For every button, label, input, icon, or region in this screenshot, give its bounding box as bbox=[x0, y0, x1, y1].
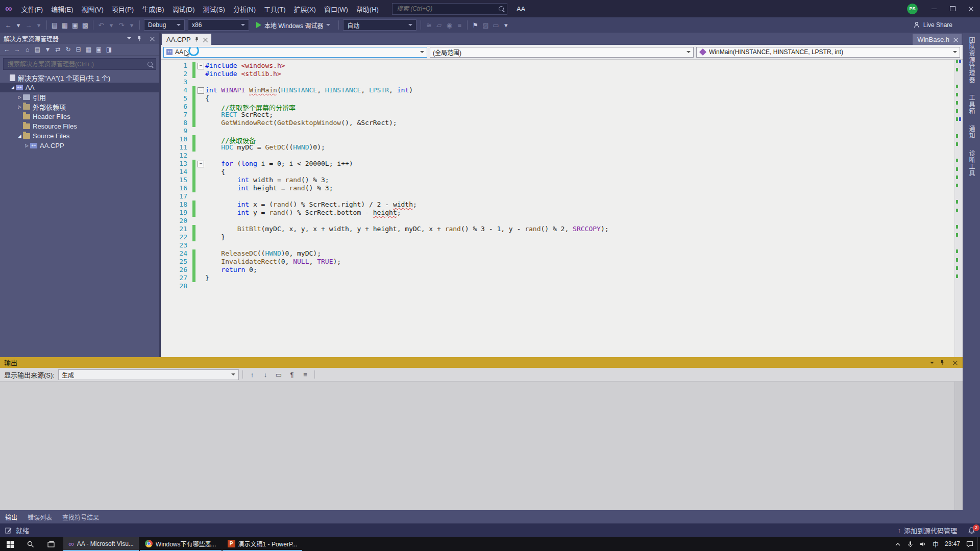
line-number[interactable]: 25 bbox=[161, 258, 192, 266]
bottom-tab[interactable]: 输出 bbox=[5, 513, 17, 521]
code-editor[interactable]: 1−#include <windows.h>2#include <stdlib.… bbox=[161, 60, 963, 357]
tab-winbase-h[interactable]: WinBase.h bbox=[913, 34, 962, 45]
menu-item[interactable]: 视图(V) bbox=[78, 0, 108, 17]
tree-item[interactable]: 解决方案"AA"(1 个项目/共 1 个) bbox=[0, 73, 159, 83]
line-number[interactable]: 18 bbox=[161, 201, 192, 209]
microphone-icon[interactable] bbox=[907, 541, 914, 547]
code-line[interactable]: 8 GetWindowRect(GetDesktopWindow(), &Scr… bbox=[161, 119, 955, 127]
output-scrollbar[interactable] bbox=[954, 382, 963, 510]
se-home-icon[interactable]: ⌂ bbox=[22, 45, 32, 54]
code-line[interactable]: 10 //获取设备 bbox=[161, 135, 955, 143]
ime-indicator[interactable]: 中 bbox=[933, 540, 939, 548]
pin-icon[interactable] bbox=[194, 37, 199, 42]
code-line[interactable]: 5{ bbox=[161, 94, 955, 103]
taskbar-app-powerpoint[interactable]: P演示文稿1 - PowerP... bbox=[223, 537, 303, 551]
code-line[interactable]: 15 int width = rand() % 3; bbox=[161, 176, 955, 184]
taskbar-app-browser[interactable]: Windows下有哪些恶... bbox=[140, 537, 222, 551]
code-line[interactable]: 2#include <stdlib.h> bbox=[161, 70, 955, 78]
hidden-icons-chevron[interactable] bbox=[895, 541, 901, 547]
comment-icon[interactable]: ▭ bbox=[491, 20, 501, 30]
notifications-button[interactable]: 2 bbox=[968, 527, 975, 534]
line-number[interactable]: 28 bbox=[161, 282, 192, 290]
live-share-button[interactable]: Live Share bbox=[913, 21, 952, 29]
right-tool-tab[interactable]: 诊断工具 bbox=[967, 150, 976, 177]
code-line[interactable]: 22 } bbox=[161, 233, 955, 241]
solution-search-box[interactable] bbox=[3, 58, 156, 70]
output-word-wrap-icon[interactable]: ¶ bbox=[286, 369, 298, 380]
platform-dropdown[interactable]: x86 bbox=[188, 19, 249, 31]
collapsed-arrow-icon[interactable]: ▷ bbox=[16, 95, 23, 99]
start-button[interactable] bbox=[0, 537, 20, 551]
menu-item[interactable]: 生成(B) bbox=[138, 0, 168, 17]
se-forward-icon[interactable]: → bbox=[12, 45, 22, 54]
pin-icon[interactable] bbox=[135, 34, 143, 42]
line-number[interactable]: 11 bbox=[161, 143, 192, 152]
line-number[interactable]: 13 bbox=[161, 160, 192, 168]
quick-search-input[interactable] bbox=[396, 5, 499, 13]
action-center-icon[interactable] bbox=[966, 541, 973, 547]
line-number[interactable]: 23 bbox=[161, 241, 192, 249]
line-number[interactable]: 12 bbox=[161, 152, 192, 160]
line-number[interactable]: 10 bbox=[161, 135, 192, 143]
menu-item[interactable]: 扩展(X) bbox=[290, 0, 320, 17]
tree-item[interactable]: ▷外部依赖项 bbox=[0, 102, 159, 112]
toolbar-overflow-caret-icon[interactable]: ▾ bbox=[501, 20, 511, 30]
save-icon[interactable]: ▣ bbox=[70, 20, 80, 30]
code-line[interactable]: 17 bbox=[161, 192, 955, 201]
tree-item[interactable]: ▷AA.CPP bbox=[0, 141, 159, 151]
quick-search-box[interactable] bbox=[392, 3, 507, 15]
tab-aa-cpp[interactable]: AA.CPP bbox=[162, 34, 211, 45]
tree-item[interactable]: Header Files bbox=[0, 112, 159, 121]
code-line[interactable]: 1−#include <windows.h> bbox=[161, 62, 955, 70]
code-line[interactable]: 21 BitBlt(myDC, x, y, x + width, y + hei… bbox=[161, 225, 955, 233]
line-number[interactable]: 19 bbox=[161, 209, 192, 217]
close-button[interactable] bbox=[962, 0, 980, 17]
collapsed-arrow-icon[interactable]: ▷ bbox=[23, 143, 30, 148]
output-content[interactable] bbox=[0, 382, 963, 510]
close-icon[interactable] bbox=[148, 34, 156, 42]
line-number[interactable]: 26 bbox=[161, 266, 192, 274]
line-number[interactable]: 4 bbox=[161, 86, 192, 94]
volume-icon[interactable] bbox=[920, 541, 926, 547]
se-sync-active-document-icon[interactable]: ⇄ bbox=[53, 45, 63, 54]
add-item-icon[interactable]: ▦ bbox=[60, 20, 70, 30]
account-avatar[interactable]: PS bbox=[907, 4, 918, 14]
menu-item[interactable]: 工具(T) bbox=[260, 0, 290, 17]
navigate-back-icon[interactable]: ← bbox=[3, 20, 13, 30]
se-back-icon[interactable]: ← bbox=[2, 45, 12, 54]
code-map-icon[interactable]: ▨ bbox=[480, 20, 491, 30]
minimize-button[interactable] bbox=[925, 0, 943, 17]
fold-collapse-icon[interactable]: − bbox=[198, 161, 204, 167]
code-line[interactable]: 16 int height = rand() % 3; bbox=[161, 184, 955, 192]
menu-item[interactable]: 调试(D) bbox=[168, 0, 199, 17]
nav-project-dropdown[interactable]: AA bbox=[163, 47, 427, 58]
line-number[interactable]: 7 bbox=[161, 111, 192, 119]
line-number[interactable]: 8 bbox=[161, 119, 192, 127]
code-line[interactable]: 9 bbox=[161, 127, 955, 135]
editor-scrollbar[interactable] bbox=[954, 60, 963, 357]
se-filter-icon[interactable]: ▼ bbox=[43, 45, 53, 54]
navigate-back-caret-icon[interactable]: ▾ bbox=[13, 20, 23, 30]
right-tool-tab[interactable]: 通知 bbox=[967, 126, 976, 139]
maximize-button[interactable] bbox=[943, 0, 962, 17]
code-line[interactable]: 13− for (long i = 0; i < 20000L; i++) bbox=[161, 160, 955, 168]
bottom-tab[interactable]: 错误列表 bbox=[28, 513, 52, 521]
pin-icon[interactable] bbox=[938, 359, 946, 367]
menu-item[interactable]: 编辑(E) bbox=[47, 0, 77, 17]
bottom-tab[interactable]: 查找符号结果 bbox=[62, 513, 99, 521]
show-diagnostics-icon[interactable]: ▱ bbox=[434, 20, 444, 30]
output-window-icon[interactable]: ≡ bbox=[454, 20, 464, 30]
code-line[interactable]: 3 bbox=[161, 78, 955, 86]
code-line[interactable]: 25 InvalidateRect(0, NULL, TRUE); bbox=[161, 258, 955, 266]
save-all-icon[interactable]: ▩ bbox=[80, 20, 90, 30]
new-file-icon[interactable]: ▤ bbox=[50, 20, 60, 30]
code-line[interactable]: 18 int x = (rand() % ScrRect.right) / 2 … bbox=[161, 201, 955, 209]
menu-item[interactable]: 窗口(W) bbox=[320, 0, 352, 17]
code-line[interactable]: 7 RECT ScrRect; bbox=[161, 111, 955, 119]
line-number[interactable]: 20 bbox=[161, 217, 192, 225]
redo-caret-icon[interactable]: ▾ bbox=[127, 20, 137, 30]
right-tool-tab[interactable]: 工具箱 bbox=[967, 94, 976, 114]
line-number[interactable]: 1 bbox=[161, 62, 192, 70]
line-number[interactable]: 16 bbox=[161, 184, 192, 192]
output-next-message-icon[interactable]: ↓ bbox=[260, 369, 271, 380]
